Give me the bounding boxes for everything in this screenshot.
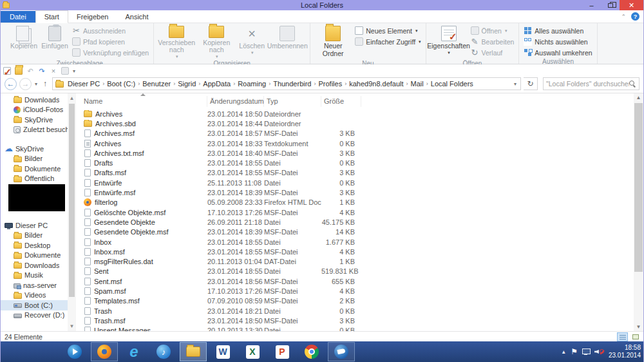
- qat-new-folder-icon[interactable]: [15, 67, 23, 75]
- tab-datei[interactable]: Datei: [1, 11, 35, 23]
- kopieren-button[interactable]: Kopieren: [8, 24, 39, 60]
- qat-redo-icon[interactable]: ↷: [38, 67, 46, 75]
- nichts-ausw-hlen-button[interactable]: Nichts auswählen: [522, 36, 594, 47]
- breadcrumb-segment-sigrid[interactable]: Sigrid: [176, 80, 198, 88]
- sidebar-item-boot-c[interactable]: Boot (C:): [1, 300, 68, 310]
- forward-button[interactable]: →: [19, 78, 32, 90]
- file-row-gel-schte-objekte-msf[interactable]: Gelöschte Objekte.msf17.10.2013 17:26MSF…: [81, 207, 643, 217]
- taskbar-file-explorer-button[interactable]: [180, 342, 207, 361]
- breadcrumb-segment-benutzer[interactable]: Benutzer: [140, 80, 173, 88]
- file-row-archives-txt-msf[interactable]: Archives.txt.msf23.01.2014 18:40MSF-Date…: [81, 148, 643, 158]
- show-hidden-icons-icon[interactable]: ▲: [561, 349, 566, 355]
- breadcrumb-segment-local-folders[interactable]: Local Folders: [429, 80, 475, 88]
- address-dropdown-icon[interactable]: ▾: [511, 81, 519, 87]
- filelist-scrollbar[interactable]: ▲ ▼: [634, 93, 643, 331]
- alles-ausw-hlen-button[interactable]: Alles auswählen: [522, 25, 594, 36]
- sidebar-scroll-thumb[interactable]: [69, 104, 75, 297]
- neues-element-button[interactable]: Neues Element▾: [353, 25, 422, 36]
- file-row-spam-msf[interactable]: Spam.msf17.10.2013 17:26MSF-Datei4 KB: [81, 286, 643, 296]
- sidebar-item-nas-server[interactable]: nas-server: [1, 280, 68, 291]
- recent-locations-dropdown-icon[interactable]: ▾: [34, 81, 38, 87]
- ffnen-button[interactable]: Öffnen▾: [469, 25, 516, 36]
- taskbar-photos-button[interactable]: [32, 342, 59, 361]
- breadcrumb-segment-boot-c[interactable]: Boot (C:): [105, 80, 137, 88]
- sidebar-item-downloads[interactable]: Downloads: [1, 95, 68, 105]
- bearbeiten-button[interactable]: ✎Bearbeiten: [469, 36, 516, 47]
- breadcrumb-segment-mail[interactable]: Mail: [409, 80, 426, 88]
- qat-undo-icon[interactable]: ↶: [26, 67, 34, 75]
- verkn-pfung-einf-gen-button[interactable]: Verknüpfung einfügen: [70, 47, 151, 58]
- file-row-inbox[interactable]: Inbox23.01.2014 18:55Datei1.677 KB: [81, 237, 643, 247]
- file-row-archives[interactable]: Archives23.01.2014 18:50Dateiordner: [81, 109, 643, 119]
- refresh-button[interactable]: ↻: [524, 77, 538, 90]
- sidebar-scrollbar[interactable]: ▲ ▼: [68, 93, 76, 331]
- einfacher-zugriff-button[interactable]: Einfacher Zugriff▾: [353, 36, 422, 47]
- sidebar-scroll-up-icon[interactable]: ▲: [68, 95, 76, 101]
- column-header-name[interactable]: Name: [81, 96, 207, 107]
- sidebar-item-desktop[interactable]: Desktop: [1, 240, 68, 251]
- pfad-kopieren-button[interactable]: Pfad kopieren: [70, 36, 151, 47]
- sidebar-item-zuletzt-besucht[interactable]: Zuletzt besucht: [1, 125, 68, 135]
- sidebar-item-dieser-pc[interactable]: Dieser PC: [1, 220, 68, 231]
- details-view-button[interactable]: [617, 332, 628, 341]
- sidebar-item-recover-d[interactable]: Recover (D:): [1, 310, 68, 321]
- filelist-scroll-down-icon[interactable]: ▼: [634, 324, 643, 330]
- tab-start[interactable]: Start: [35, 10, 68, 23]
- sidebar-scroll-down-icon[interactable]: ▼: [68, 323, 76, 329]
- address-bar[interactable]: Dieser PC›Boot (C:)›Benutzer›Sigrid›AppD…: [52, 77, 521, 90]
- search-icon[interactable]: [629, 81, 636, 88]
- minimize-button[interactable]: –: [582, 0, 601, 10]
- breadcrumb-segment-profiles[interactable]: Profiles: [316, 80, 344, 88]
- file-row-archives-msf[interactable]: Archives.msf23.01.2014 18:57MSF-Datei3 K…: [81, 129, 643, 138]
- breadcrumb-segment-appdata[interactable]: AppData: [201, 80, 232, 88]
- verschieben-nach-button[interactable]: Verschieben nach ▾: [156, 24, 196, 60]
- qat-delete-icon[interactable]: ×: [50, 67, 57, 75]
- file-row-msgfilterrules-dat[interactable]: msgFilterRules.dat20.11.2013 01:04DAT-Da…: [81, 256, 643, 266]
- sidebar-item-ffentlich[interactable]: Öffentlich: [1, 174, 68, 184]
- filelist-scroll-thumb[interactable]: [634, 103, 643, 272]
- file-row-sent-msf[interactable]: Sent.msf23.01.2014 18:56MSF-Datei655 KB: [81, 276, 643, 286]
- file-row-entw-rfe-msf[interactable]: Entwürfe.msf23.01.2014 18:39MSF-Datei3 K…: [81, 187, 643, 197]
- umbenennen-button[interactable]: Umbenennen: [267, 24, 307, 60]
- file-row-gesendete-objekte[interactable]: Gesendete Objekte26.09.2011 21:18Datei45…: [81, 217, 643, 227]
- sidebar-item-bilder[interactable]: Bilder: [1, 231, 68, 241]
- taskbar-itunes-button[interactable]: ♪: [150, 342, 177, 361]
- file-row-trash[interactable]: Trash23.01.2014 18:21Datei0 KB: [81, 306, 643, 316]
- column-header-gr-e[interactable]: Größe: [321, 96, 361, 107]
- file-row-archives-txt[interactable]: Archives23.01.2014 18:33Textdokument0 KB: [81, 138, 643, 148]
- file-row-filterlog[interactable]: filterlog05.09.2008 23:33Firefox HTML Do…: [81, 198, 643, 207]
- file-row-archives-sbd[interactable]: Archives.sbd23.01.2014 18:44Dateiordner: [81, 119, 643, 128]
- breadcrumb-segment-dieser-pc[interactable]: Dieser PC: [66, 80, 102, 88]
- file-row-inbox-msf[interactable]: Inbox.msf23.01.2014 18:55MSF-Datei4 KB: [81, 247, 643, 256]
- breadcrumb-segment-roaming[interactable]: Roaming: [236, 80, 268, 88]
- verlauf-button[interactable]: ↻Verlauf: [469, 47, 516, 58]
- file-row-entw-rfe[interactable]: Entwürfe25.11.2013 11:08Datei0 KB: [81, 178, 643, 187]
- sidebar-item-musik[interactable]: Musik: [1, 271, 68, 281]
- sidebar-item-icloud-fotos[interactable]: iCloud-Fotos: [1, 105, 68, 115]
- qat-customize-icon[interactable]: ▾: [73, 68, 75, 74]
- neuer-ordner-button[interactable]: Neuer Ordner: [313, 24, 353, 60]
- restore-button[interactable]: [601, 0, 620, 10]
- ribbon-collapse-icon[interactable]: ⌃: [621, 14, 626, 20]
- taskbar-word-button[interactable]: W: [209, 342, 236, 361]
- file-row-drafts-msf[interactable]: Drafts.msf23.01.2014 18:55MSF-Datei3 KB: [81, 168, 643, 178]
- taskbar-excel-button[interactable]: X: [239, 342, 266, 361]
- close-button[interactable]: ✕: [620, 0, 643, 10]
- breadcrumb-segment-thunderbird[interactable]: Thunderbird: [271, 80, 313, 88]
- help-icon[interactable]: ?: [631, 12, 639, 21]
- taskbar-media-player-button[interactable]: [61, 342, 88, 361]
- file-row-trash-msf[interactable]: Trash.msf23.01.2014 18:50MSF-Datei3 KB: [81, 316, 643, 325]
- kopieren-nach-button[interactable]: Kopieren nach ▾: [196, 24, 236, 60]
- sidebar-item-videos[interactable]: Videos: [1, 291, 68, 301]
- sidebar-item-skydrive[interactable]: ☁SkyDrive: [1, 144, 68, 154]
- sidebar-item-downloads[interactable]: Downloads: [1, 260, 68, 271]
- column-header-typ[interactable]: Typ: [264, 96, 321, 107]
- up-button[interactable]: ↑: [41, 79, 50, 88]
- file-row-templates-msf[interactable]: Templates.msf07.09.2010 08:59MSF-Datei2 …: [81, 296, 643, 306]
- taskbar-powerpoint-button[interactable]: P: [269, 342, 296, 361]
- sidebar-item-dokumente[interactable]: Dokumente: [1, 164, 68, 174]
- search-input[interactable]: [546, 80, 629, 88]
- qat-rename-icon[interactable]: [61, 67, 69, 75]
- qat-properties-icon[interactable]: [3, 67, 11, 75]
- auswahl-umkehren-button[interactable]: Auswahl umkehren: [522, 47, 594, 58]
